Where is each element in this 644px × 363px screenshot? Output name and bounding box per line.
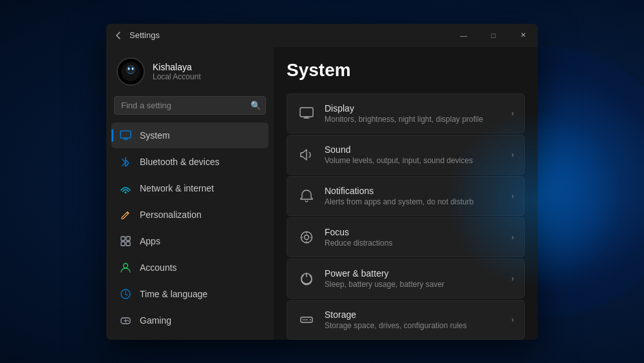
storage-text: Storage Storage space, drives, configura… [325, 309, 502, 330]
sidebar-item-bluetooth[interactable]: Bluetooth & devices [111, 149, 269, 175]
svg-point-5 [132, 68, 133, 70]
avatar [117, 57, 145, 86]
svg-rect-10 [121, 242, 125, 246]
sidebar-item-time[interactable]: Time & language [111, 281, 269, 307]
setting-focus[interactable]: Focus Reduce distractions › [287, 217, 525, 257]
back-button[interactable] [114, 31, 123, 40]
maximize-button[interactable]: □ [478, 24, 508, 47]
power-chevron: › [511, 274, 514, 283]
focus-desc: Reduce distractions [325, 239, 502, 248]
user-type: Local Account [153, 72, 201, 81]
focus-title: Focus [325, 227, 502, 237]
main-content: Kishalaya Local Account 🔍 [106, 47, 538, 340]
sidebar-item-system-label: System [140, 130, 170, 141]
window-controls: — □ ✕ [449, 24, 538, 47]
user-name: Kishalaya [153, 62, 201, 72]
focus-icon [298, 228, 316, 246]
setting-power[interactable]: Power & battery Sleep, battery usage, ba… [287, 259, 525, 299]
display-icon [298, 104, 316, 123]
display-desc: Monitors, brightness, night light, displ… [325, 115, 502, 124]
svg-point-23 [310, 319, 311, 320]
search-box: 🔍 [114, 96, 266, 115]
title-bar: Settings — □ ✕ [106, 24, 538, 47]
sidebar-item-apps[interactable]: Apps [111, 228, 269, 254]
page-title: System [287, 60, 525, 81]
settings-list: Display Monitors, brightness, night ligh… [287, 93, 525, 340]
display-text: Display Monitors, brightness, night ligh… [325, 103, 502, 124]
search-input[interactable] [114, 96, 266, 115]
accounts-icon [119, 261, 132, 274]
svg-point-4 [128, 68, 129, 70]
setting-display[interactable]: Display Monitors, brightness, night ligh… [287, 93, 525, 133]
notifications-text: Notifications Alerts from apps and syste… [325, 186, 502, 206]
svg-point-16 [128, 320, 129, 322]
sidebar-item-bluetooth-label: Bluetooth & devices [140, 157, 220, 167]
setting-sound[interactable]: Sound Volume levels, output, input, soun… [287, 135, 525, 175]
search-icon: 🔍 [251, 101, 261, 110]
bluetooth-icon [119, 155, 132, 168]
sidebar-item-accounts-label: Accounts [140, 262, 177, 273]
svg-point-7 [125, 191, 127, 193]
sidebar-item-personalization[interactable]: Personalization [111, 202, 269, 228]
notifications-icon [298, 187, 316, 205]
storage-chevron: › [511, 315, 514, 324]
display-chevron: › [511, 109, 514, 118]
sound-title: Sound [325, 144, 502, 155]
user-info: Kishalaya Local Account [153, 62, 201, 81]
sound-desc: Volume levels, output, input, sound devi… [325, 156, 502, 165]
sidebar-item-network[interactable]: Network & internet [111, 175, 269, 201]
network-icon [119, 182, 132, 195]
gaming-icon [119, 314, 132, 327]
system-icon [119, 129, 132, 142]
sidebar-item-gaming-label: Gaming [140, 315, 171, 326]
svg-rect-6 [120, 131, 131, 138]
sidebar-item-gaming[interactable]: Gaming [111, 308, 269, 333]
personalization-icon [119, 208, 132, 221]
notifications-title: Notifications [325, 186, 502, 196]
setting-notifications[interactable]: Notifications Alerts from apps and syste… [287, 176, 525, 216]
sidebar-item-time-label: Time & language [140, 289, 207, 299]
apps-icon [119, 235, 132, 248]
sidebar-item-system[interactable]: System [111, 123, 269, 148]
power-title: Power & battery [325, 268, 502, 279]
sidebar-item-apps-label: Apps [140, 236, 160, 246]
notifications-desc: Alerts from apps and system, do not dist… [325, 197, 502, 206]
power-desc: Sleep, battery usage, battery saver [325, 280, 502, 289]
sound-chevron: › [511, 150, 514, 159]
focus-chevron: › [511, 233, 514, 242]
setting-storage[interactable]: Storage Storage space, drives, configura… [287, 300, 525, 340]
time-icon [119, 288, 132, 300]
minimize-button[interactable]: — [449, 24, 478, 47]
storage-title: Storage [325, 309, 502, 320]
storage-icon [298, 311, 316, 329]
storage-desc: Storage space, drives, configuration rul… [325, 321, 502, 330]
power-icon [298, 270, 316, 288]
sound-icon [298, 146, 316, 164]
svg-rect-9 [126, 237, 130, 240]
focus-text: Focus Reduce distractions [325, 227, 502, 248]
right-panel: System Display Monitors, brightness, nig… [274, 47, 538, 340]
sidebar-item-accessibility[interactable]: Accessibility [111, 334, 269, 340]
sidebar-item-personalization-label: Personalization [140, 210, 202, 220]
power-text: Power & battery Sleep, battery usage, ba… [325, 268, 502, 289]
svg-rect-8 [121, 237, 125, 240]
display-title: Display [325, 103, 502, 113]
sound-text: Sound Volume levels, output, input, soun… [325, 144, 502, 165]
svg-rect-11 [126, 242, 130, 246]
sidebar-item-accounts[interactable]: Accounts [111, 255, 269, 280]
close-button[interactable]: ✕ [508, 24, 538, 47]
user-section[interactable]: Kishalaya Local Account [106, 47, 274, 93]
svg-point-20 [305, 235, 309, 239]
settings-window: Settings — □ ✕ [106, 24, 538, 340]
sidebar-item-network-label: Network & internet [140, 183, 214, 193]
nav-items: System Bluetooth & devices [106, 123, 274, 340]
svg-rect-18 [300, 108, 313, 117]
svg-point-12 [124, 263, 128, 268]
sidebar: Kishalaya Local Account 🔍 [106, 47, 274, 340]
notifications-chevron: › [511, 191, 514, 201]
